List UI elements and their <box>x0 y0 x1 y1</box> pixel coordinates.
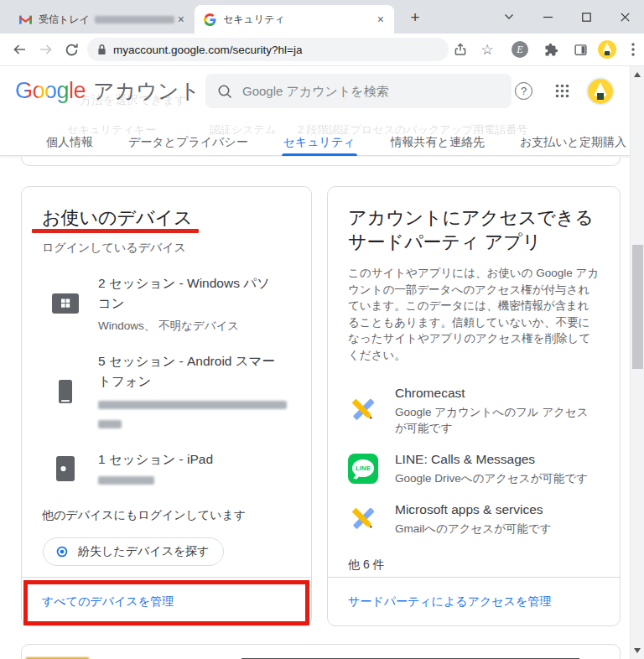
app-name: LINE: Calls & Messages <box>395 450 600 468</box>
android-phone-icon <box>51 379 80 404</box>
generic-app-icon <box>348 504 378 534</box>
google-favicon-icon <box>203 13 216 26</box>
devices-card-subtitle: ログインしているデバイス <box>42 241 291 256</box>
window-maximize-button[interactable] <box>567 0 605 34</box>
device-subtitle: Windows、 不明なデバイス <box>98 319 278 334</box>
nav-tab-sharing[interactable]: 情報共有と連絡先 <box>391 130 485 156</box>
windows-pc-icon <box>51 293 80 314</box>
redacted-text <box>98 401 287 409</box>
more-apps-count: 他 6 件 <box>348 558 600 573</box>
find-device-target-icon <box>55 544 70 559</box>
app-name: Chromecast <box>395 384 600 402</box>
lock-icon <box>97 44 106 55</box>
redacted-text <box>98 476 154 485</box>
devices-card: お使いのデバイス ログインしているデバイス 2 セッション - Windows … <box>21 186 312 626</box>
app-row-line[interactable]: LINE LINE: Calls & Messages Google Drive… <box>348 450 600 486</box>
app-access: Google アカウントへのフル アクセスが可能です <box>395 404 600 436</box>
logo-product-text: アカウント <box>93 77 200 105</box>
tab-close-icon[interactable]: × <box>174 12 188 27</box>
ipad-icon <box>51 455 80 482</box>
nav-tab-data-privacy[interactable]: データとプライバシー <box>128 130 248 156</box>
window-chevron-button[interactable] <box>490 0 528 34</box>
device-title: 5 セッション - Android スマートフォン <box>98 351 278 392</box>
search-icon <box>217 84 232 99</box>
device-row-ipad[interactable]: 1 セッション - iPad <box>42 449 291 488</box>
other-devices-text: 他のデバイスにもログインしています <box>42 508 291 523</box>
browser-toolbar: myaccount.google.com/security?hl=ja ☆ E <box>0 34 644 66</box>
tab-close-icon[interactable]: × <box>374 12 387 27</box>
browser-window: 受信トレイ - × セキュリティ × + myaccount.google.co… <box>0 0 644 659</box>
new-tab-button[interactable]: + <box>404 7 426 29</box>
scroll-up-arrow[interactable] <box>634 72 641 77</box>
tab-strip: 受信トレイ - × セキュリティ × + <box>0 0 644 34</box>
nav-tab-payments[interactable]: お支払いと定期購入 <box>520 130 626 156</box>
redacted-text <box>98 420 122 428</box>
google-account-logo[interactable]: Google アカウント <box>15 77 200 105</box>
redacted-text <box>95 16 174 23</box>
previous-card-edge <box>21 157 621 166</box>
back-button[interactable] <box>7 34 32 65</box>
forward-button[interactable] <box>34 34 59 65</box>
find-lost-device-label: 紛失したデバイスを探す <box>78 544 210 559</box>
apps-grid-icon[interactable] <box>555 84 569 101</box>
tab-gmail[interactable]: 受信トレイ - × <box>10 5 195 34</box>
bookmark-star-icon[interactable]: ☆ <box>475 34 500 65</box>
manage-third-party-access-link[interactable]: サードパーティによるアクセスを管理 <box>348 594 551 610</box>
url-text: myaccount.google.com/security?hl=ja <box>113 44 303 56</box>
browser-menu-icon[interactable] <box>621 34 644 65</box>
account-avatar[interactable] <box>588 79 613 104</box>
side-panel-icon[interactable] <box>568 34 593 65</box>
extensions-puzzle-icon[interactable] <box>538 34 564 65</box>
third-party-apps-card: アカウントにアクセスできるサードパーティ アプリ このサイトやアプリには、お使い… <box>327 186 621 626</box>
app-name: Microsoft apps & services <box>395 501 600 518</box>
tab-security-title: セキュリティ <box>223 13 285 27</box>
generic-app-icon <box>348 395 378 425</box>
scrollbar-thumb[interactable] <box>632 245 643 369</box>
annotation-red-underline <box>32 229 199 233</box>
annotation-red-box <box>23 580 309 625</box>
share-icon[interactable] <box>448 34 473 65</box>
nav-tab-personal-info[interactable]: 個人情報 <box>46 130 93 156</box>
third-party-card-description: このサイトやアプリには、お使いの Google アカウントの一部データへのアクセ… <box>348 265 600 363</box>
app-access: Google Driveへのアクセスが可能です <box>395 470 600 486</box>
third-party-card-title: アカウントにアクセスできるサードパーティ アプリ <box>348 205 600 254</box>
device-row-windows[interactable]: 2 セッション - Windows パソコン Windows、 不明なデバイス <box>42 273 291 334</box>
tab-gmail-title: 受信トレイ - <box>39 13 91 27</box>
address-bar[interactable]: myaccount.google.com/security?hl=ja <box>87 38 449 61</box>
reload-button[interactable] <box>59 34 84 65</box>
window-close-button[interactable] <box>605 0 644 34</box>
help-icon[interactable]: ? <box>515 82 532 100</box>
page-scrollbar <box>630 66 644 659</box>
account-search-box[interactable] <box>205 74 512 108</box>
device-row-android[interactable]: 5 セッション - Android スマートフォン <box>42 351 291 432</box>
devices-card-title: お使いのデバイス <box>42 205 291 230</box>
find-lost-device-button[interactable]: 紛失したデバイスを探す <box>43 537 224 566</box>
nav-tab-security[interactable]: セキュリティ <box>283 130 356 156</box>
account-nav: 個人情報 データとプライバシー セキュリティ 情報共有と連絡先 お支払いと定期購… <box>0 130 644 156</box>
app-access: Gmailへのアクセスが可能です <box>395 521 600 537</box>
device-title: 1 セッション - iPad <box>98 449 278 470</box>
line-app-icon: LINE <box>348 454 378 484</box>
window-minimize-button[interactable] <box>528 0 567 34</box>
next-card-edge <box>21 644 621 659</box>
device-title: 2 セッション - Windows パソコン <box>98 273 278 314</box>
gmail-favicon-icon <box>18 13 32 26</box>
app-row-microsoft[interactable]: Microsoft apps & services Gmailへのアクセスが可能… <box>348 501 600 537</box>
account-header: 方法を選択できます セキュリティキー 認証システム 2 段階認証プロセスのバック… <box>0 66 644 156</box>
app-row-chromecast[interactable]: Chromecast Google アカウントへのフル アクセスが可能です <box>348 384 600 436</box>
third-party-card-footer: サードパーティによるアクセスを管理 <box>328 577 620 625</box>
search-input[interactable] <box>242 84 477 98</box>
scroll-down-arrow[interactable] <box>634 648 641 653</box>
extension-e-icon[interactable]: E <box>507 34 532 65</box>
google-logo-text: Google <box>15 78 86 104</box>
tab-security[interactable]: セキュリティ × <box>195 5 394 34</box>
window-controls <box>490 0 644 34</box>
profile-avatar[interactable] <box>595 34 620 65</box>
